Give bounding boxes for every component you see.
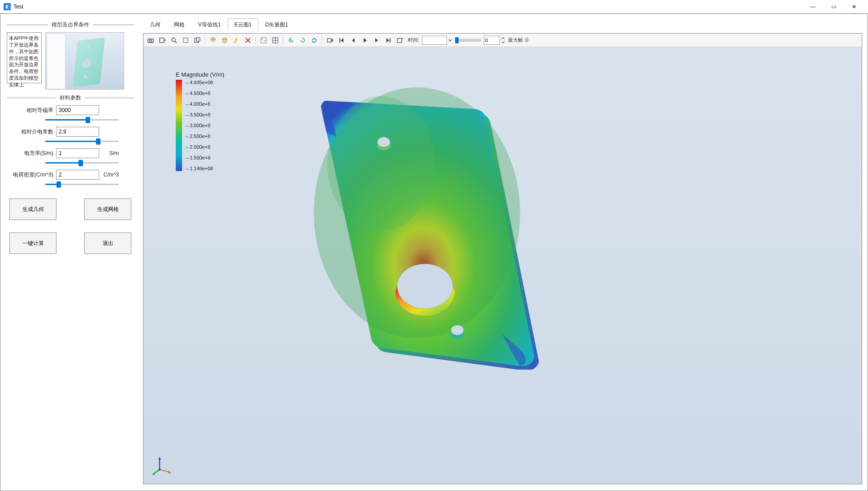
window-title: Test <box>13 4 23 10</box>
param-label: 电荷密度(C/m^3) <box>9 171 56 179</box>
select-box-icon[interactable] <box>180 35 191 46</box>
legend-tick: 1.148e+08 <box>186 166 213 171</box>
section-header-mat: 材料参数 <box>7 94 134 102</box>
param-slider-2[interactable] <box>45 159 119 166</box>
colorbar <box>176 80 182 171</box>
tab-3[interactable]: E云图1 <box>228 18 259 31</box>
param-input-1[interactable] <box>56 127 99 137</box>
legend-ticks: 4.935e+084.500e+84.000e+83.500e+83.000e+… <box>186 80 213 171</box>
param-slider-0[interactable] <box>45 116 119 123</box>
viewer-toolbar: 时间: 最大帧 :0 <box>143 34 862 47</box>
svg-line-4 <box>175 41 177 43</box>
frame-slider[interactable] <box>455 39 481 42</box>
highlight-icon[interactable] <box>231 35 242 46</box>
svg-point-11 <box>262 39 263 39</box>
svg-point-23 <box>397 264 453 309</box>
model-plate <box>269 65 574 370</box>
svg-point-30 <box>159 469 161 471</box>
svg-point-3 <box>172 38 175 42</box>
section-bc-title: 模型及边界条件 <box>48 21 93 29</box>
tab-2[interactable]: V等值线1 <box>191 18 228 31</box>
tab-0[interactable]: 几何 <box>143 18 167 31</box>
sidebar: 模型及边界条件 本APP中使用了开放边界条件，其中如图所示的蓝青色面为开放边界条… <box>0 14 140 491</box>
legend-tick: 4.935e+08 <box>186 80 213 85</box>
bc-description: 本APP中使用了开放边界条件，其中如图所示的蓝青色面为开放边界条件。电荷密度添加… <box>7 32 42 83</box>
viewer-canvas[interactable]: E Magnitude (V/m) 4.935e+084.500e+84.000… <box>143 47 862 484</box>
layers-icon[interactable] <box>208 35 218 46</box>
generate-mesh-button[interactable]: 生成网格 <box>84 198 131 220</box>
play-icon[interactable] <box>360 35 370 46</box>
camera-icon[interactable] <box>145 35 156 46</box>
generate-geometry-button[interactable]: 生成几何 <box>9 198 56 220</box>
next-frame-icon[interactable] <box>371 35 382 46</box>
frame-spinner-icon[interactable] <box>501 36 505 44</box>
color-legend: E Magnitude (V/m) 4.935e+084.500e+84.000… <box>176 71 224 171</box>
time-dropdown-icon[interactable] <box>448 36 452 44</box>
viewer-panel: 时间: 最大帧 :0 E Magnitude (V/m) 4.935e+084.… <box>143 33 862 484</box>
legend-tick: 2.500e+8 <box>186 134 213 139</box>
param-slider-1[interactable] <box>45 138 119 145</box>
axis-triad-icon <box>152 456 171 475</box>
svg-point-22 <box>327 96 435 231</box>
legend-tick: 4.500e+8 <box>186 90 213 96</box>
maxframe-label: 最大帧 :0 <box>506 37 530 43</box>
zoom-icon[interactable] <box>169 35 179 46</box>
refresh-icon[interactable] <box>309 35 320 46</box>
tabs-row: 几何网格V等值线1E云图1D矢量图1 <box>140 17 865 31</box>
section-mat-title: 材料参数 <box>56 94 85 102</box>
svg-rect-5 <box>183 38 188 43</box>
grid-icon[interactable] <box>270 35 281 46</box>
copy-layers-icon[interactable] <box>219 35 230 46</box>
param-unit: S/m <box>109 150 119 156</box>
clip-icon[interactable] <box>192 35 203 46</box>
rotate-cw-icon[interactable] <box>297 35 308 46</box>
param-label: 相对导磁率 <box>9 107 56 114</box>
select-points-icon[interactable] <box>258 35 269 46</box>
close-button[interactable]: ✕ <box>844 0 864 13</box>
time-label: 时间: <box>406 37 421 43</box>
legend-title: E Magnitude (V/m) <box>176 71 224 78</box>
svg-rect-2 <box>160 38 164 43</box>
export-anim-icon[interactable] <box>395 35 405 46</box>
maximize-button[interactable]: ▭ <box>823 0 844 13</box>
svg-point-1 <box>150 39 152 42</box>
param-slider-3[interactable] <box>45 181 119 188</box>
param-input-3[interactable] <box>56 170 99 180</box>
legend-tick: 2.000e+8 <box>186 144 213 150</box>
compute-button[interactable]: 一键计算 <box>9 233 56 254</box>
frame-input[interactable] <box>484 36 500 45</box>
legend-tick: 3.500e+8 <box>186 112 213 117</box>
bc-thumbnail <box>45 32 124 90</box>
param-label: 相对介电常数 <box>9 128 56 136</box>
svg-line-28 <box>160 469 169 472</box>
record-icon[interactable] <box>325 35 335 46</box>
param-input-2[interactable] <box>56 148 99 158</box>
clear-icon[interactable] <box>243 35 253 46</box>
main-area: 几何网格V等值线1E云图1D矢量图1 <box>140 14 868 491</box>
legend-tick: 4.000e+8 <box>186 101 213 107</box>
svg-rect-17 <box>327 39 331 42</box>
tab-4[interactable]: D矢量图1 <box>258 18 295 31</box>
section-header-bc: 模型及边界条件 <box>7 21 134 29</box>
param-label: 电导率(S/m) <box>9 150 56 157</box>
svg-point-25 <box>378 137 390 147</box>
legend-tick: 1.500e+8 <box>186 155 213 160</box>
param-input-0[interactable] <box>56 105 99 115</box>
export-image-icon[interactable] <box>157 35 168 46</box>
svg-rect-7 <box>196 38 200 41</box>
svg-rect-10 <box>261 38 266 43</box>
first-frame-icon[interactable] <box>336 35 347 46</box>
time-input[interactable] <box>422 36 447 45</box>
svg-point-16 <box>291 39 292 41</box>
window-titlebar: ◧ Test — ▭ ✕ <box>0 0 868 13</box>
minimize-button[interactable]: — <box>803 0 823 13</box>
last-frame-icon[interactable] <box>383 35 394 46</box>
tab-1[interactable]: 网格 <box>167 18 191 31</box>
param-unit: C/m^3 <box>104 172 119 178</box>
exit-button[interactable]: 退出 <box>84 233 131 254</box>
svg-point-26 <box>451 325 464 335</box>
prev-frame-icon[interactable] <box>348 35 359 46</box>
svg-point-12 <box>264 40 265 41</box>
legend-tick: 3.000e+8 <box>186 123 213 128</box>
rotate-ccw-icon[interactable] <box>286 35 296 46</box>
